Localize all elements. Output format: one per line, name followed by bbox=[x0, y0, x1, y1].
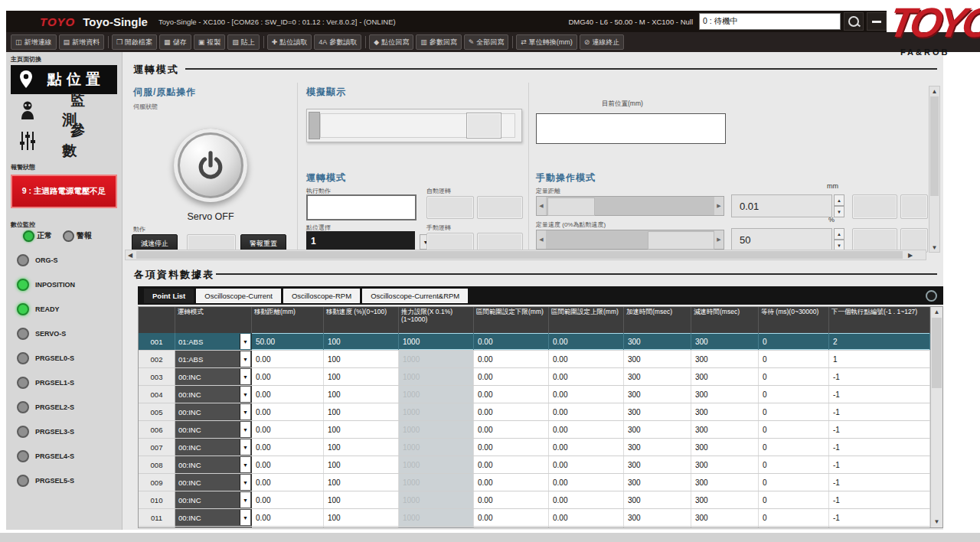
point-select-dropdown[interactable]: 1 bbox=[306, 231, 415, 251]
cell-dist[interactable]: 0.00 bbox=[252, 439, 324, 455]
tab-point-list[interactable]: Point List bbox=[144, 289, 194, 303]
cell-acc[interactable]: 300 bbox=[624, 403, 691, 420]
toolbar-write-all[interactable]: ✎全部回寫 bbox=[464, 34, 509, 50]
dropdown-arrow-icon[interactable]: ▼ bbox=[240, 475, 250, 490]
cell-wait[interactable]: 0 bbox=[759, 403, 829, 420]
cell-next[interactable]: -1 bbox=[829, 421, 930, 438]
slider-right-icon[interactable]: ▶ bbox=[714, 230, 724, 249]
cell-wait[interactable]: 0 bbox=[759, 333, 829, 350]
cell-mode[interactable]: 00:INC▼ bbox=[175, 527, 252, 528]
dropdown-arrow-icon[interactable]: ▼ bbox=[240, 369, 250, 384]
tab-oscilloscope-current[interactable]: Oscilloscope-Current bbox=[196, 289, 281, 303]
row-number-cell[interactable]: 006 bbox=[139, 421, 175, 438]
controller-status-input[interactable] bbox=[699, 13, 841, 30]
dropdown-arrow-icon[interactable]: ▼ bbox=[240, 334, 250, 349]
cell-push[interactable]: 1000 bbox=[399, 386, 474, 403]
cell-wait[interactable]: 0 bbox=[759, 527, 829, 528]
cell-low[interactable]: 0.00 bbox=[474, 333, 549, 350]
current-position-field[interactable] bbox=[536, 113, 726, 144]
scroll-down-icon[interactable]: ▼ bbox=[929, 243, 939, 252]
cell-dec[interactable]: 300 bbox=[691, 386, 759, 403]
cell-high[interactable]: 0.00 bbox=[549, 509, 624, 526]
cell-low[interactable]: 0.00 bbox=[474, 491, 549, 508]
cell-wait[interactable]: 0 bbox=[759, 421, 829, 438]
servo-power-button[interactable] bbox=[174, 129, 247, 202]
cell-dec[interactable]: 300 bbox=[691, 509, 759, 526]
cell-acc[interactable]: 300 bbox=[624, 527, 691, 528]
cell-dist[interactable]: 0.00 bbox=[252, 421, 324, 438]
cell-mode[interactable]: 00:INC▼ bbox=[175, 509, 252, 526]
toolbar-copy[interactable]: ▣複製 bbox=[194, 34, 226, 50]
toolbar-open-file[interactable]: ❒開啟檔案 bbox=[112, 34, 157, 50]
panel-horizontal-scrollbar[interactable]: ◀ ▶ bbox=[125, 250, 926, 260]
cell-wait[interactable]: 0 bbox=[759, 351, 829, 367]
cell-dec[interactable]: 300 bbox=[691, 491, 759, 508]
cell-next[interactable]: -1 bbox=[829, 439, 930, 455]
cell-mode[interactable]: 00:INC▼ bbox=[175, 456, 252, 473]
scroll-up-icon[interactable]: ▲ bbox=[931, 307, 942, 317]
cell-mode[interactable]: 00:INC▼ bbox=[175, 403, 252, 420]
tab-oscilloscope-current-rpm[interactable]: Oscilloscope-Current&RPM bbox=[362, 289, 468, 303]
cell-push[interactable]: 1000 bbox=[399, 333, 474, 350]
cell-dist[interactable]: 0.00 bbox=[252, 403, 324, 420]
cell-mode[interactable]: 00:INC▼ bbox=[175, 474, 252, 491]
panel-vertical-scrollbar[interactable]: ▲ ▼ bbox=[929, 86, 940, 253]
toolbar-new-data[interactable]: ▤新增資料 bbox=[59, 34, 105, 50]
cell-acc[interactable]: 300 bbox=[624, 456, 691, 473]
jog-minus-button[interactable] bbox=[852, 194, 897, 219]
row-number-cell[interactable]: 011 bbox=[139, 509, 175, 526]
jog-distance-stepper[interactable]: ▲▼ bbox=[834, 194, 844, 217]
cell-acc[interactable]: 300 bbox=[624, 386, 691, 403]
cell-wait[interactable]: 0 bbox=[759, 456, 829, 473]
state-normal[interactable]: 正常 bbox=[23, 230, 52, 242]
cell-acc[interactable]: 300 bbox=[624, 421, 691, 438]
cell-mode[interactable]: 00:INC▼ bbox=[175, 421, 252, 438]
slider-right-icon[interactable]: ▶ bbox=[714, 197, 724, 215]
cell-high[interactable]: 0.00 bbox=[549, 474, 624, 491]
cell-high[interactable]: 0.00 bbox=[549, 439, 624, 455]
cell-high[interactable]: 0.00 bbox=[549, 421, 624, 438]
cell-next[interactable]: -1 bbox=[829, 527, 930, 528]
cell-dist[interactable]: 0.00 bbox=[252, 491, 324, 508]
cell-high[interactable]: 0.00 bbox=[549, 333, 624, 350]
cell-dec[interactable]: 300 bbox=[691, 333, 759, 350]
cell-acc[interactable]: 300 bbox=[624, 509, 691, 526]
stepper-down-icon[interactable]: ▼ bbox=[834, 206, 844, 217]
cell-speed[interactable]: 100 bbox=[324, 439, 399, 455]
cell-mode[interactable]: 00:INC▼ bbox=[175, 386, 252, 403]
slider-thumb[interactable] bbox=[648, 231, 714, 250]
dropdown-arrow-icon[interactable]: ▼ bbox=[240, 404, 250, 420]
cell-mode[interactable]: 00:INC▼ bbox=[175, 368, 252, 385]
cell-high[interactable]: 0.00 bbox=[549, 403, 624, 420]
tab-oscilloscope-rpm[interactable]: Oscilloscope-RPM bbox=[283, 289, 360, 303]
cell-wait[interactable]: 0 bbox=[759, 509, 829, 526]
cell-dec[interactable]: 300 bbox=[691, 456, 759, 473]
cell-low[interactable]: 0.00 bbox=[474, 386, 549, 403]
cell-speed[interactable]: 100 bbox=[324, 474, 399, 491]
cell-high[interactable]: 0.00 bbox=[549, 368, 624, 385]
cell-high[interactable]: 0.00 bbox=[549, 351, 624, 367]
dropdown-arrow-icon[interactable]: ▼ bbox=[240, 510, 250, 525]
stepper-up-icon[interactable]: ▲ bbox=[834, 194, 844, 206]
cell-dec[interactable]: 300 bbox=[691, 527, 759, 528]
sidebar-item-parameters[interactable]: 參數 bbox=[11, 126, 117, 155]
cell-dec[interactable]: 300 bbox=[691, 368, 759, 385]
cell-speed[interactable]: 100 bbox=[324, 351, 399, 367]
toolbar-param-read[interactable]: 4A參數讀取 bbox=[314, 34, 361, 50]
toolbar-point-read[interactable]: ✚點位讀取 bbox=[267, 34, 312, 50]
table-vertical-scrollbar[interactable]: ▲ ▼ bbox=[930, 307, 942, 527]
cell-next[interactable]: -1 bbox=[829, 474, 930, 491]
jog-distance-value[interactable]: 0.01 bbox=[731, 194, 832, 217]
toolbar-unit-convert[interactable]: ⇄單位轉換(mm) bbox=[516, 34, 577, 50]
cell-dist[interactable]: 50.00 bbox=[252, 333, 324, 350]
dropdown-arrow-icon[interactable]: ▼ bbox=[240, 351, 250, 367]
cell-push[interactable]: 1000 bbox=[399, 527, 474, 528]
scrollbar-thumb[interactable] bbox=[136, 251, 903, 259]
cell-wait[interactable]: 0 bbox=[759, 439, 829, 455]
cell-acc[interactable]: 300 bbox=[624, 351, 691, 367]
dropdown-arrow-icon[interactable]: ▼ bbox=[240, 422, 250, 437]
row-number-cell[interactable]: 009 bbox=[139, 474, 175, 491]
jog-speed-value[interactable]: 50 bbox=[731, 228, 832, 251]
dropdown-arrow-icon[interactable]: ▼ bbox=[240, 457, 250, 472]
row-number-cell[interactable]: 007 bbox=[139, 439, 175, 455]
